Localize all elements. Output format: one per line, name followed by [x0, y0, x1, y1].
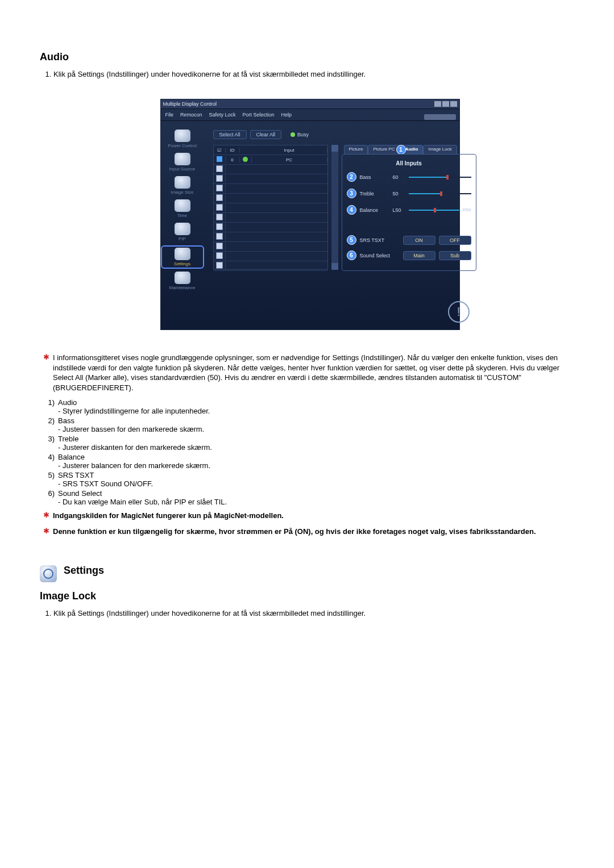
- pip-icon: [175, 223, 190, 235]
- clear-all-button[interactable]: Clear All: [250, 130, 282, 139]
- item-desc: - Justerer bassen for den markerede skær…: [58, 425, 580, 433]
- sidebar-item-input-source[interactable]: Input Source: [162, 152, 203, 173]
- callout-badge-1: 1: [396, 145, 406, 155]
- app-screenshot: Multiple Display Control File Remocon Sa…: [160, 99, 460, 330]
- app-titlebar: Multiple Display Control: [161, 99, 459, 109]
- item-title: Treble: [58, 435, 580, 443]
- row-checkbox[interactable]: [216, 204, 223, 211]
- maximize-icon[interactable]: [442, 101, 449, 107]
- info-paragraph: I informationsgitteret vises nogle grund…: [53, 353, 580, 393]
- row-input: PC: [252, 157, 327, 162]
- sidebar-item-image-size[interactable]: Image Size: [162, 176, 203, 197]
- table-row[interactable]: [214, 261, 327, 271]
- table-row[interactable]: [214, 165, 327, 174]
- callout-badge-5: 5: [347, 235, 356, 245]
- all-inputs-label: All Inputs: [347, 160, 471, 166]
- tab-picture-pc[interactable]: Picture PC: [368, 145, 400, 155]
- bass-slider[interactable]: [409, 177, 471, 178]
- star-icon: ✱: [43, 511, 49, 521]
- window-controls[interactable]: [434, 101, 457, 107]
- scroll-up-icon[interactable]: [331, 145, 338, 152]
- app-menubar: File Remocon Safety Lock Port Selection …: [161, 109, 459, 121]
- row-checkbox[interactable]: [216, 214, 223, 220]
- row-checkbox[interactable]: [216, 185, 223, 191]
- row-checkbox[interactable]: [216, 194, 223, 201]
- star-icon: ✱: [43, 527, 49, 537]
- table-row[interactable]: [214, 194, 327, 203]
- sound-main-button[interactable]: Main: [403, 251, 435, 260]
- busy-dot-icon: [291, 132, 295, 137]
- menu-help[interactable]: Help: [281, 112, 292, 118]
- busy-indicator: Busy: [291, 132, 309, 137]
- sidebar-item-maintenance[interactable]: Maintenance: [162, 271, 203, 292]
- table-row[interactable]: 0 PC: [214, 155, 327, 165]
- sidebar-item-power-control[interactable]: Power Control: [162, 129, 203, 150]
- settings-heading: Settings: [64, 565, 104, 577]
- sidebar-label: Maintenance: [169, 285, 196, 290]
- slider-handle[interactable]: [434, 208, 436, 212]
- info-icon[interactable]: !: [448, 301, 470, 323]
- toolbar: Select All Clear All Busy: [213, 130, 476, 139]
- balance-slider[interactable]: [409, 210, 459, 211]
- slider-handle[interactable]: [440, 191, 442, 196]
- sidebar-item-settings[interactable]: Settings: [161, 245, 204, 269]
- srs-on-button[interactable]: ON: [403, 236, 435, 245]
- srs-off-button[interactable]: OFF: [439, 236, 471, 245]
- close-icon[interactable]: [450, 101, 457, 107]
- table-row[interactable]: [214, 174, 327, 184]
- sound-sub-button[interactable]: Sub: [439, 251, 471, 260]
- row-checkbox[interactable]: [216, 252, 223, 259]
- scroll-down-icon[interactable]: [331, 263, 338, 270]
- bass-value: 60: [393, 174, 405, 180]
- sidebar-label: Power Control: [168, 143, 197, 148]
- settings-tabs: Picture Picture PC 1 Audio Image Lock: [344, 145, 476, 155]
- row-checkbox[interactable]: [216, 233, 223, 240]
- menu-file[interactable]: File: [165, 112, 174, 118]
- select-all-button[interactable]: Select All: [213, 130, 247, 139]
- col-checkbox[interactable]: ☑: [214, 148, 226, 153]
- row-checkbox[interactable]: [216, 165, 223, 172]
- bass-row: 2 Bass 60: [347, 172, 471, 182]
- table-row[interactable]: [214, 252, 327, 261]
- balance-label: Balance: [360, 207, 389, 213]
- grid-scrollbar[interactable]: [331, 145, 338, 270]
- time-icon: [175, 199, 190, 212]
- tab-audio[interactable]: 1 Audio: [400, 145, 424, 155]
- busy-label: Busy: [297, 132, 309, 137]
- settings-section-header: Settings: [40, 565, 580, 582]
- table-row[interactable]: [214, 223, 327, 232]
- settings-icon: [175, 248, 190, 260]
- row-checkbox[interactable]: [216, 243, 223, 249]
- item-num: 1): [43, 398, 55, 415]
- table-row[interactable]: [214, 232, 327, 242]
- table-row[interactable]: [214, 184, 327, 194]
- image-size-icon: [175, 176, 190, 189]
- treble-row: 3 Treble 50: [347, 189, 471, 198]
- row-checkbox[interactable]: [216, 223, 223, 230]
- sidebar-item-pip[interactable]: PIP: [162, 222, 203, 243]
- row-checkbox[interactable]: [216, 175, 223, 182]
- bass-label: Bass: [360, 174, 389, 180]
- table-row[interactable]: [214, 203, 327, 213]
- row-checkbox[interactable]: [217, 156, 222, 162]
- image-lock-heading: Image Lock: [40, 590, 580, 602]
- tab-picture[interactable]: Picture: [344, 145, 368, 155]
- menu-remocon[interactable]: Remocon: [180, 112, 202, 118]
- callout-badge-6: 6: [347, 251, 356, 260]
- audio-heading: Audio: [40, 51, 580, 63]
- minimize-icon[interactable]: [434, 101, 441, 107]
- table-row[interactable]: [214, 242, 327, 252]
- callout-badge-3: 3: [347, 189, 356, 198]
- item-desc: - Styrer lydindstillingerne for alle inp…: [58, 407, 580, 415]
- item-title: Balance: [58, 453, 580, 461]
- menu-port-selection[interactable]: Port Selection: [243, 112, 275, 118]
- tab-image-lock[interactable]: Image Lock: [423, 145, 457, 155]
- table-row[interactable]: [214, 213, 327, 223]
- treble-slider[interactable]: [409, 193, 471, 194]
- row-checkbox[interactable]: [216, 262, 223, 269]
- callout-badge-4: 4: [347, 205, 356, 215]
- slider-handle[interactable]: [446, 175, 449, 180]
- item-title: SRS TSXT: [58, 471, 580, 479]
- sidebar-item-time[interactable]: Time: [162, 199, 203, 220]
- menu-safety-lock[interactable]: Safety Lock: [209, 112, 236, 118]
